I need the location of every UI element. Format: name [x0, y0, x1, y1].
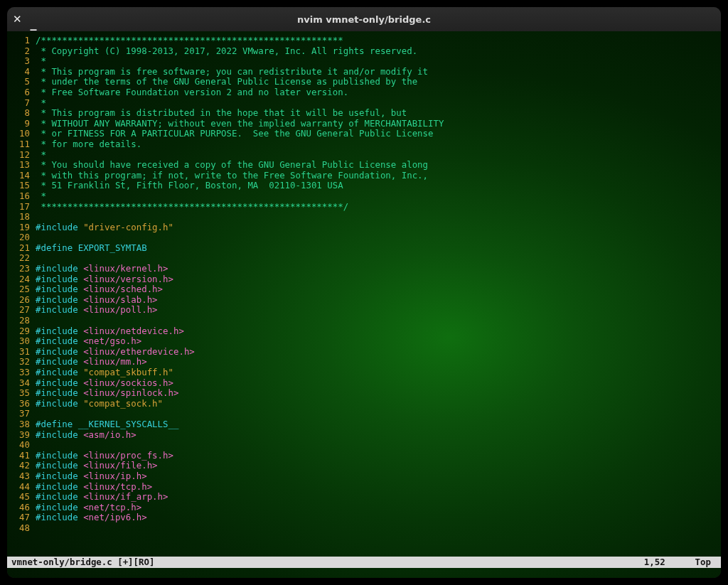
line-number: 5: [10, 77, 36, 87]
line-number: 15: [10, 181, 36, 191]
code-line[interactable]: 38#define __KERNEL_SYSCALLS__: [10, 419, 718, 430]
code-line[interactable]: 21#define EXPORT_SYMTAB: [10, 243, 718, 254]
line-number: 42: [10, 461, 36, 471]
editor-buffer[interactable]: 1/**************************************…: [10, 36, 718, 554]
line-content: * or FITNESS FOR A PARTICULAR PURPOSE. S…: [36, 129, 718, 139]
line-number: 33: [10, 367, 36, 378]
line-number: 35: [10, 388, 36, 399]
code-line[interactable]: 10 * or FITNESS FOR A PARTICULAR PURPOSE…: [10, 129, 718, 139]
line-content: #include <linux/kernel.h>: [36, 264, 718, 274]
code-line[interactable]: 4 * This program is free software; you c…: [10, 67, 718, 77]
terminal-window: ✕ _ nvim vmnet-only/bridge.c 1/*********…: [7, 7, 721, 578]
code-line[interactable]: 34#include <linux/sockios.h>: [10, 378, 718, 389]
line-number: 43: [10, 471, 36, 482]
code-line[interactable]: 6 * Free Software Foundation version 2 a…: [10, 87, 718, 98]
line-number: 46: [10, 503, 36, 513]
line-number: 24: [10, 274, 36, 285]
line-content: [36, 316, 718, 326]
line-content: #include <linux/proc_fs.h>: [36, 451, 718, 461]
code-line[interactable]: 44#include <linux/tcp.h>: [10, 482, 718, 493]
line-number: 39: [10, 430, 36, 441]
line-number: 10: [10, 129, 36, 139]
line-content: * with this program; if not, write to th…: [36, 171, 718, 181]
code-line[interactable]: 40: [10, 440, 718, 451]
line-content: #include <net/ipv6.h>: [36, 512, 718, 523]
status-position: 1,52: [644, 557, 665, 568]
command-line[interactable]: :set number: [7, 568, 721, 578]
terminal-area[interactable]: 1/**************************************…: [7, 31, 721, 578]
code-line[interactable]: 24#include <linux/version.h>: [10, 274, 718, 285]
window-controls: ✕ _: [13, 7, 37, 31]
code-line[interactable]: 31#include <linux/etherdevice.h>: [10, 347, 718, 358]
line-content: * You should have received a copy of the…: [36, 160, 718, 171]
code-line[interactable]: 3 *: [10, 56, 718, 67]
code-line[interactable]: 17 *************************************…: [10, 202, 718, 213]
line-content: #include <linux/netdevice.h>: [36, 326, 718, 337]
code-line[interactable]: 47#include <net/ipv6.h>: [10, 512, 718, 523]
code-line[interactable]: 23#include <linux/kernel.h>: [10, 264, 718, 274]
line-number: 30: [10, 336, 36, 347]
code-line[interactable]: 11 * for more details.: [10, 139, 718, 150]
line-number: 41: [10, 451, 36, 461]
code-line[interactable]: 46#include <net/tcp.h>: [10, 503, 718, 513]
code-line[interactable]: 16 *: [10, 191, 718, 202]
code-line[interactable]: 27#include <linux/poll.h>: [10, 305, 718, 316]
line-content: * WITHOUT ANY WARRANTY; without even the…: [36, 119, 718, 129]
code-line[interactable]: 1/**************************************…: [10, 36, 718, 46]
code-line[interactable]: 20: [10, 232, 718, 243]
line-number: 32: [10, 357, 36, 367]
line-content: * This program is free software; you can…: [36, 67, 718, 77]
code-line[interactable]: 36#include "compat_sock.h": [10, 399, 718, 409]
code-line[interactable]: 28: [10, 316, 718, 326]
line-content: #include <linux/sockios.h>: [36, 378, 718, 389]
close-icon[interactable]: ✕: [13, 13, 22, 26]
code-line[interactable]: 32#include <linux/mm.h>: [10, 357, 718, 367]
line-number: 19: [10, 222, 36, 233]
line-number: 23: [10, 264, 36, 274]
code-line[interactable]: 42#include <linux/file.h>: [10, 461, 718, 471]
line-number: 16: [10, 191, 36, 202]
line-content: #include <linux/etherdevice.h>: [36, 347, 718, 358]
line-number: 29: [10, 326, 36, 337]
line-content: *: [36, 150, 718, 161]
code-line[interactable]: 35#include <linux/spinlock.h>: [10, 388, 718, 399]
code-line[interactable]: 12 *: [10, 150, 718, 161]
code-line[interactable]: 15 * 51 Franklin St, Fifth Floor, Boston…: [10, 181, 718, 191]
line-content: * for more details.: [36, 139, 718, 150]
line-number: 22: [10, 253, 36, 264]
code-line[interactable]: 33#include "compat_skbuff.h": [10, 367, 718, 378]
line-number: 28: [10, 316, 36, 326]
code-line[interactable]: 25#include <linux/sched.h>: [10, 284, 718, 295]
titlebar[interactable]: ✕ _ nvim vmnet-only/bridge.c: [7, 7, 721, 31]
line-number: 3: [10, 56, 36, 67]
code-line[interactable]: 39#include <asm/io.h>: [10, 430, 718, 441]
code-line[interactable]: 8 * This program is distributed in the h…: [10, 108, 718, 119]
line-number: 18: [10, 212, 36, 222]
code-line[interactable]: 9 * WITHOUT ANY WARRANTY; without even t…: [10, 119, 718, 129]
line-number: 20: [10, 232, 36, 243]
line-content: #include <linux/file.h>: [36, 461, 718, 471]
code-line[interactable]: 22: [10, 253, 718, 264]
code-line[interactable]: 5 * under the terms of the GNU General P…: [10, 77, 718, 87]
line-content: #define __KERNEL_SYSCALLS__: [36, 419, 718, 430]
code-line[interactable]: 29#include <linux/netdevice.h>: [10, 326, 718, 337]
code-line[interactable]: 37: [10, 409, 718, 419]
minimize-icon[interactable]: _: [31, 16, 37, 31]
code-line[interactable]: 43#include <linux/ip.h>: [10, 471, 718, 482]
code-line[interactable]: 7 *: [10, 98, 718, 109]
code-line[interactable]: 14 * with this program; if not, write to…: [10, 171, 718, 181]
code-line[interactable]: 26#include <linux/slab.h>: [10, 295, 718, 306]
code-line[interactable]: 2 * Copyright (C) 1998-2013, 2017, 2022 …: [10, 46, 718, 57]
code-line[interactable]: 41#include <linux/proc_fs.h>: [10, 451, 718, 461]
code-line[interactable]: 30#include <net/gso.h>: [10, 336, 718, 347]
code-line[interactable]: 13 * You should have received a copy of …: [10, 160, 718, 171]
code-line[interactable]: 19#include "driver-config.h": [10, 222, 718, 233]
code-line[interactable]: 18: [10, 212, 718, 222]
line-number: 38: [10, 419, 36, 430]
code-line[interactable]: 45#include <linux/if_arp.h>: [10, 492, 718, 503]
line-content: #include <linux/poll.h>: [36, 305, 718, 316]
line-number: 37: [10, 409, 36, 419]
code-line[interactable]: 48: [10, 523, 718, 534]
line-number: 8: [10, 108, 36, 119]
line-number: 2: [10, 46, 36, 57]
